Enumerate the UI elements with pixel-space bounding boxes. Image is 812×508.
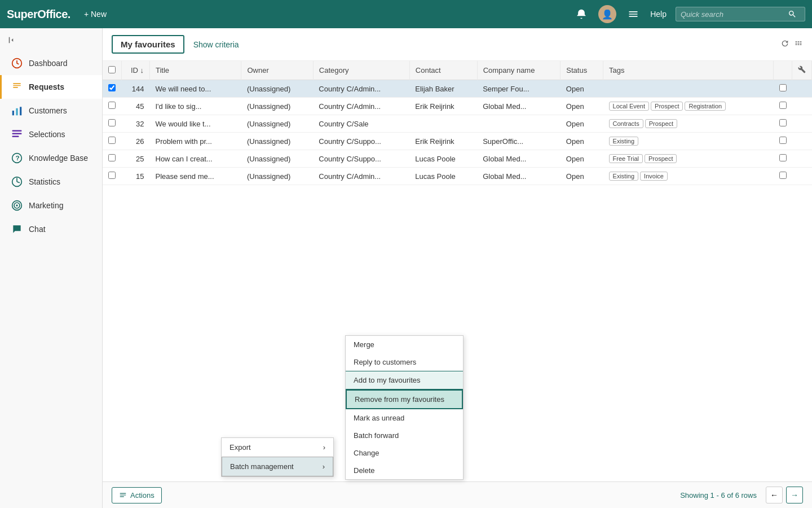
ctx-add-favourites[interactable]: Add to my favourites xyxy=(346,371,463,389)
tag-badge: Invoice xyxy=(640,172,668,181)
row-select[interactable] xyxy=(779,154,787,161)
row-title: We will need to... xyxy=(150,80,241,98)
table-row[interactable]: 144 We will need to... (Unassigned) Coun… xyxy=(103,80,812,98)
next-page-button[interactable]: → xyxy=(786,487,803,503)
row-select[interactable] xyxy=(779,102,787,109)
row-select-checkbox-cell xyxy=(774,133,792,150)
sidebar-item-selections[interactable]: Selections xyxy=(0,122,102,146)
row-checkbox[interactable] xyxy=(108,137,116,144)
ctx-batch-forward[interactable]: Batch forward xyxy=(346,427,463,444)
sidebar-item-chat-label: Chat xyxy=(29,225,46,234)
col-header-title[interactable]: Title xyxy=(150,61,241,80)
search-icon xyxy=(788,10,797,19)
row-category: Country C/Sale xyxy=(313,115,409,133)
col-header-select-all[interactable] xyxy=(103,61,122,80)
table-header-row: ID ↓ Title Owner Category Contact Compan… xyxy=(103,61,812,80)
col-header-category[interactable]: Category xyxy=(313,61,409,80)
row-owner: (Unassigned) xyxy=(241,98,313,115)
sidebar-item-dashboard[interactable]: Dashboard xyxy=(0,51,102,75)
row-owner: (Unassigned) xyxy=(241,80,313,98)
show-criteria-link[interactable]: Show criteria xyxy=(193,40,239,49)
refresh-button[interactable] xyxy=(780,39,789,50)
table-row[interactable]: 45 I'd like to sig... (Unassigned) Count… xyxy=(103,98,812,115)
svg-point-13 xyxy=(16,204,17,206)
prev-page-button[interactable]: ← xyxy=(766,487,783,503)
row-checkbox[interactable] xyxy=(108,119,116,126)
customers-icon xyxy=(11,104,23,117)
sidebar-item-marketing-label: Marketing xyxy=(29,201,63,210)
row-checkbox-cell xyxy=(103,150,122,168)
menu-button[interactable] xyxy=(625,6,641,22)
row-checkbox[interactable] xyxy=(108,172,116,179)
column-settings-button[interactable] xyxy=(794,39,803,50)
sidebar-item-knowledge-base[interactable]: ? Knowledge Base xyxy=(0,146,102,170)
table-body: 144 We will need to... (Unassigned) Coun… xyxy=(103,80,812,185)
ctx-merge[interactable]: Merge xyxy=(346,336,463,353)
pagination-arrows: ← → xyxy=(766,487,803,503)
row-owner: (Unassigned) xyxy=(241,115,313,133)
table-row[interactable]: 25 How can I creat... (Unassigned) Count… xyxy=(103,150,812,168)
row-checkbox[interactable] xyxy=(108,102,116,109)
ctx-remove-favourites[interactable]: Remove from my favourites xyxy=(346,389,463,409)
tag-badge: Prospect xyxy=(651,102,683,111)
ctx-mark-unread[interactable]: Mark as unread xyxy=(346,409,463,427)
main-content: My favourites Show criteria xyxy=(103,28,812,508)
sidebar-item-marketing[interactable]: Marketing xyxy=(0,194,102,217)
tag-badge: Registration xyxy=(685,102,726,111)
row-owner: (Unassigned) xyxy=(241,150,313,168)
col-header-tags[interactable]: Tags xyxy=(603,61,774,80)
top-navigation: SuperOffice. + New 👤 Help xyxy=(0,0,812,28)
col-header-id[interactable]: ID ↓ xyxy=(122,61,150,80)
row-contact: Erik Reijrink xyxy=(409,98,477,115)
select-all-checkbox[interactable] xyxy=(108,66,116,73)
columns-icon xyxy=(794,39,803,48)
avatar[interactable]: 👤 xyxy=(598,5,616,23)
ctx-change[interactable]: Change xyxy=(346,444,463,462)
svg-rect-3 xyxy=(16,108,17,116)
table-row[interactable]: 32 We would like t... (Unassigned) Count… xyxy=(103,115,812,133)
marketing-icon xyxy=(11,199,23,212)
row-select[interactable] xyxy=(779,119,787,126)
table-row[interactable]: 26 Problem with pr... (Unassigned) Count… xyxy=(103,133,812,150)
sidebar-item-statistics[interactable]: Statistics xyxy=(0,170,102,194)
help-button[interactable]: Help xyxy=(650,10,667,19)
new-button[interactable]: + New xyxy=(84,10,107,19)
col-header-company[interactable]: Company name xyxy=(477,61,561,80)
ctx-delete[interactable]: Delete xyxy=(346,462,463,479)
row-id: 144 xyxy=(122,80,150,98)
search-input[interactable] xyxy=(681,10,788,19)
row-select[interactable] xyxy=(779,84,787,91)
row-status: Open xyxy=(561,115,603,133)
sidebar-item-chat[interactable]: Chat xyxy=(0,217,102,241)
ctx-reply-customers[interactable]: Reply to customers xyxy=(346,353,463,371)
row-checkbox[interactable] xyxy=(108,154,116,161)
row-select[interactable] xyxy=(779,172,787,179)
search-box xyxy=(676,7,805,21)
col-header-owner[interactable]: Owner xyxy=(241,61,313,80)
sidebar-item-customers[interactable]: Customers xyxy=(0,99,102,122)
notifications-button[interactable] xyxy=(573,6,589,22)
svg-rect-7 xyxy=(12,136,19,138)
table-row[interactable]: 15 Please send me... (Unassigned) Countr… xyxy=(103,168,812,185)
row-id: 15 xyxy=(122,168,150,185)
row-category: Country C/Admin... xyxy=(313,80,409,98)
row-checkbox[interactable] xyxy=(108,84,116,91)
row-select-checkbox-cell xyxy=(774,80,792,98)
sidebar-item-requests[interactable]: Requests xyxy=(0,75,102,99)
row-title: How can I creat... xyxy=(150,150,241,168)
sidebar-collapse-button[interactable] xyxy=(0,30,102,51)
row-id: 32 xyxy=(122,115,150,133)
tag-badge: Prospect xyxy=(645,119,677,128)
row-title: We would like t... xyxy=(150,115,241,133)
row-select[interactable] xyxy=(779,137,787,144)
bottom-menu-batch-management[interactable]: Batch management › xyxy=(222,457,333,476)
row-checkbox-cell xyxy=(103,133,122,150)
bell-icon xyxy=(576,8,587,20)
row-company: Global Med... xyxy=(477,150,561,168)
row-tags: Local EventProspectRegistration xyxy=(603,98,774,115)
col-header-status[interactable]: Status xyxy=(561,61,603,80)
actions-button[interactable]: Actions xyxy=(112,487,162,503)
col-header-contact[interactable]: Contact xyxy=(409,61,477,80)
bottom-menu-export[interactable]: Export › xyxy=(222,438,333,457)
row-select-checkbox-cell xyxy=(774,115,792,133)
